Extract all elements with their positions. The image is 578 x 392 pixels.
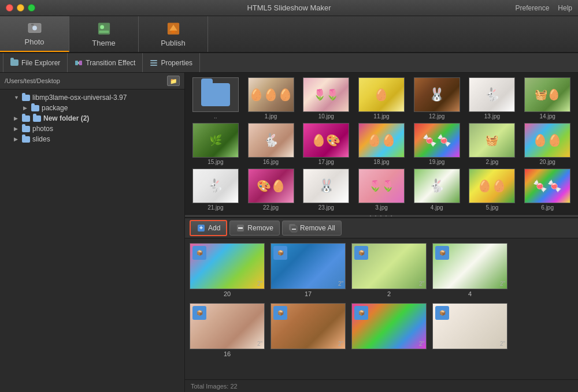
slide-thumb-20: 📦 2" bbox=[190, 243, 265, 289]
photo-item-18jpg[interactable]: 🥚🥚 18.jpg bbox=[355, 123, 407, 165]
photo-label: 12.jpg bbox=[429, 113, 444, 120]
slides-row: 📦 2" 20 📦 2" bbox=[185, 238, 578, 362]
tab-theme-label: Theme bbox=[92, 39, 115, 47]
file-tree-panel: /Users/test/Desktop 📁 ▼ libmp3lame-osx-u… bbox=[0, 73, 185, 392]
photo-item-13jpg[interactable]: 🐇 13.jpg bbox=[466, 77, 518, 120]
photo-item-22jpg[interactable]: 🎨🥚 22.jpg bbox=[245, 169, 297, 211]
slide-number: 16 bbox=[224, 350, 231, 357]
slide-item-16[interactable]: 📦 2" 16 bbox=[190, 303, 265, 357]
slide-duration: 2" bbox=[419, 281, 424, 287]
tree-item-label: New folder (2) bbox=[43, 114, 89, 122]
photo-item-parent[interactable]: .. bbox=[190, 77, 242, 120]
photo-item-16jpg[interactable]: 🐇 16.jpg bbox=[245, 123, 297, 165]
slide-icon: 📦 bbox=[435, 306, 449, 320]
tree-item-label: package bbox=[42, 104, 68, 112]
tree-item-photos[interactable]: ▶ photos bbox=[0, 124, 184, 134]
add-button[interactable]: + Add bbox=[190, 220, 227, 236]
svg-text:📦: 📦 bbox=[197, 309, 203, 316]
file-explorer-icon bbox=[10, 59, 18, 66]
browse-folder-button[interactable]: 📁 bbox=[167, 76, 180, 86]
photo-thumb-10jpg: 🌷🌷 bbox=[303, 77, 349, 112]
sub-tab-properties[interactable]: Properties bbox=[143, 53, 200, 72]
slide-item-row2-2[interactable]: 📦 2" bbox=[351, 303, 427, 357]
slide-item-4[interactable]: 📦 2" 4 bbox=[432, 243, 507, 297]
photo-item-20jpg[interactable]: 🥚🥚 20.jpg bbox=[521, 123, 573, 165]
photo-item-10jpg[interactable]: 🌷🌷 10.jpg bbox=[300, 77, 352, 120]
photo-item-21jpg[interactable]: 🐇 21.jpg bbox=[190, 169, 242, 211]
slide-icon: 📦 bbox=[192, 306, 206, 320]
svg-rect-3 bbox=[31, 24, 34, 25]
photo-label: 16.jpg bbox=[263, 159, 279, 165]
slide-thumb-4: 📦 2" bbox=[432, 243, 507, 289]
photo-thumb-17jpg: 🥚🎨 bbox=[303, 123, 349, 158]
photo-item-6jpg[interactable]: 🍬🍬 6.jpg bbox=[521, 169, 573, 211]
svg-rect-6 bbox=[99, 31, 109, 33]
sub-tab-transition[interactable]: Transition Effect bbox=[68, 53, 143, 72]
svg-text:📦: 📦 bbox=[277, 249, 284, 256]
slide-item-row2-3[interactable]: 📦 2" bbox=[432, 303, 507, 357]
bottom-toolbar: + Add Remove Remove All bbox=[185, 218, 578, 238]
close-button[interactable] bbox=[6, 4, 13, 12]
photo-item-3jpg[interactable]: 🌷🌷 3.jpg bbox=[355, 169, 407, 211]
photo-item-15jpg[interactable]: 🌿 15.jpg bbox=[190, 123, 242, 165]
photo-item-1jpg[interactable]: 🥚🥚🥚 1.jpg bbox=[245, 77, 297, 120]
tab-theme[interactable]: Theme bbox=[69, 16, 139, 52]
tree-item-label: slides bbox=[32, 135, 50, 143]
svg-text:+: + bbox=[199, 224, 203, 231]
remove-label: Remove bbox=[247, 224, 273, 232]
photo-item-14jpg[interactable]: 🧺🥚 14.jpg bbox=[521, 77, 573, 120]
tree-item-slides[interactable]: ▶ slides bbox=[0, 134, 184, 144]
svg-point-5 bbox=[100, 25, 104, 29]
photo-thumb-14jpg: 🧺🥚 bbox=[524, 77, 570, 112]
slide-item-17[interactable]: 📦 2" 17 bbox=[271, 243, 346, 297]
photo-thumb-21jpg: 🐇 bbox=[192, 169, 239, 203]
slide-icon: 📦 bbox=[192, 246, 206, 260]
svg-rect-9 bbox=[171, 31, 175, 33]
photo-item-4jpg[interactable]: 🐇 4.jpg bbox=[411, 169, 463, 211]
preference-link[interactable]: Preference bbox=[516, 4, 550, 12]
photo-item-12jpg[interactable]: 🐰 12.jpg bbox=[411, 77, 463, 120]
photo-grid-scroll[interactable]: .. 🥚🥚🥚 1.jpg 🌷🌷 10.jpg bbox=[185, 73, 578, 214]
svg-text:📦: 📦 bbox=[197, 249, 203, 256]
status-text: Total Images: 22 bbox=[191, 383, 238, 390]
tree-item-package[interactable]: ▶ package bbox=[0, 103, 184, 113]
slides-scroll[interactable]: 📦 2" 20 📦 2" bbox=[185, 238, 578, 380]
tree-item-new-folder[interactable]: ▶ New folder (2) bbox=[0, 113, 184, 124]
tree-expand-arrow: ▼ bbox=[14, 95, 20, 100]
remove-button[interactable]: Remove bbox=[229, 221, 280, 236]
tab-publish[interactable]: Publish bbox=[139, 16, 208, 52]
photo-item-19jpg[interactable]: 🍬🍬 19.jpg bbox=[411, 123, 463, 165]
photo-item-17jpg[interactable]: 🥚🎨 17.jpg bbox=[300, 123, 352, 165]
slide-icon: 📦 bbox=[354, 306, 368, 320]
help-link[interactable]: Help bbox=[558, 4, 572, 12]
status-bar: Total Images: 22 bbox=[185, 379, 578, 392]
slide-item-2[interactable]: 📦 2" 2 bbox=[351, 243, 427, 297]
current-path: /Users/test/Desktop bbox=[5, 77, 60, 84]
remove-all-button[interactable]: Remove All bbox=[282, 221, 342, 236]
svg-text:📦: 📦 bbox=[277, 309, 284, 316]
tree-expand-arrow: ▶ bbox=[14, 115, 20, 121]
slide-thumb-row2-3: 📦 2" bbox=[432, 303, 507, 349]
photo-grid-panel: .. 🥚🥚🥚 1.jpg 🌷🌷 10.jpg bbox=[185, 73, 578, 214]
transition-icon bbox=[75, 59, 83, 67]
remove-all-label: Remove All bbox=[300, 224, 335, 232]
tab-photo[interactable]: Photo bbox=[0, 16, 69, 52]
sub-tab-file-explorer[interactable]: File Explorer bbox=[3, 53, 68, 72]
slide-icon: 📦 bbox=[354, 246, 368, 260]
slide-icon: 📦 bbox=[435, 246, 449, 260]
slides-strip: 📦 2" 20 📦 2" bbox=[185, 238, 578, 380]
maximize-button[interactable] bbox=[28, 4, 35, 12]
remove-icon bbox=[236, 223, 245, 233]
photo-item-5jpg[interactable]: 🥚🥚 5.jpg bbox=[466, 169, 518, 211]
slide-item-row2-1[interactable]: 📦 2" bbox=[271, 303, 346, 357]
minimize-button[interactable] bbox=[17, 4, 24, 12]
photo-item-23jpg[interactable]: 🐰 23.jpg bbox=[300, 169, 352, 211]
sub-tab-file-explorer-label: File Explorer bbox=[21, 59, 60, 67]
tree-item-libmp3[interactable]: ▼ libmp3lame-osx-universal-3.97 bbox=[0, 92, 184, 103]
slide-item-20[interactable]: 📦 2" 20 bbox=[190, 243, 265, 297]
photo-item-11jpg[interactable]: 🥚 11.jpg bbox=[355, 77, 407, 120]
photo-item-2jpg[interactable]: 🧺 2.jpg bbox=[466, 123, 518, 165]
photo-label: 10.jpg bbox=[318, 113, 334, 120]
photo-label: 5.jpg bbox=[486, 204, 499, 211]
folder-thumb bbox=[192, 77, 239, 112]
